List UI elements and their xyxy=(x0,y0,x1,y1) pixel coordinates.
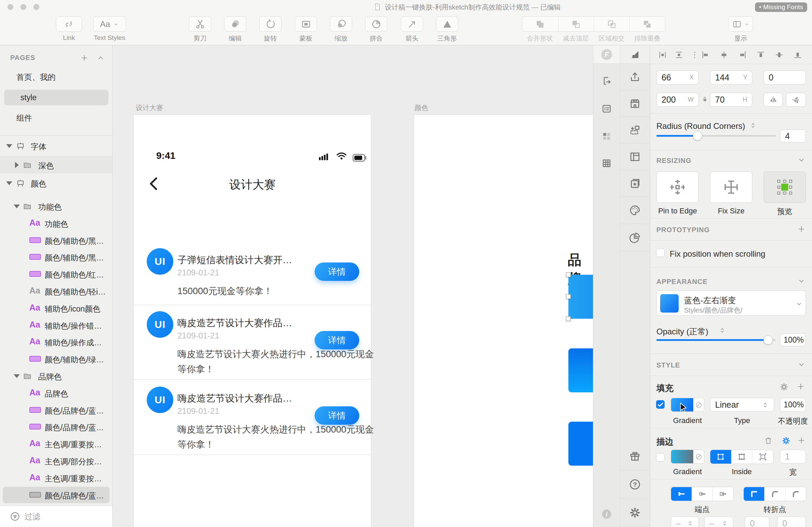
lock-ratio-icon[interactable] xyxy=(701,95,709,103)
opacity-stepper-icon[interactable] xyxy=(719,327,726,334)
selection-handle[interactable] xyxy=(566,294,571,299)
align-dist-h-icon[interactable] xyxy=(658,50,667,60)
fill-type-dropdown[interactable]: Linear xyxy=(710,398,774,412)
flip-horizontal-button[interactable] xyxy=(764,93,783,107)
join-round-segment[interactable] xyxy=(764,487,785,501)
brand-color-swatch-2[interactable] xyxy=(568,348,593,392)
page-item-1[interactable]: 首页、我的 xyxy=(0,69,113,85)
layer-row-swatch[interactable]: 颜色/辅助色/黑… xyxy=(0,232,112,249)
artboard-label-colors[interactable]: 颜色 xyxy=(415,103,428,112)
grid-icon[interactable] xyxy=(593,153,620,174)
gap-input[interactable]: – xyxy=(704,516,733,527)
dash-input[interactable]: – xyxy=(671,516,699,527)
tool-bool-subtract-button[interactable] xyxy=(558,17,594,31)
collapse-pages-icon[interactable] xyxy=(96,54,105,62)
layer-row-artboard[interactable]: 颜色 xyxy=(0,175,112,192)
layer-row-swatch[interactable]: 颜色/品牌色/蓝… xyxy=(0,402,112,419)
layout-icon[interactable] xyxy=(620,144,650,170)
layer-row-text[interactable]: Aa辅助色/icon颜色 xyxy=(0,300,112,317)
canvas[interactable]: 设计大赛 9:41 设计大赛 UI子弹短信表情设计大赛开…2109-01-21详… xyxy=(113,45,593,527)
gift-icon[interactable] xyxy=(620,442,650,470)
pin-to-edge-button[interactable] xyxy=(656,171,699,203)
align-al-bottom-icon[interactable] xyxy=(793,50,802,60)
no-color-icon[interactable] xyxy=(693,450,704,463)
tool-bool-union-button[interactable] xyxy=(522,17,558,31)
back-icon[interactable] xyxy=(146,176,162,192)
layer-row-swatch[interactable]: 颜色/品牌色/蓝… xyxy=(0,418,112,435)
join-bevel-segment[interactable] xyxy=(785,487,806,501)
align-al-left-icon[interactable] xyxy=(701,50,710,60)
caret-down-icon[interactable] xyxy=(14,374,20,378)
gear-icon[interactable] xyxy=(620,499,650,527)
contest-card[interactable]: UI嗨皮造艺节设计大赛作品…2109-01-21详情嗨皮造艺节设计大赛火热进行中… xyxy=(134,311,371,380)
fix-size-button[interactable] xyxy=(710,171,752,203)
border-enabled-checkbox[interactable] xyxy=(656,453,665,462)
end-arrow-input[interactable]: 0 xyxy=(777,516,806,527)
radius-input[interactable]: 4 xyxy=(780,130,806,142)
caret-down-icon[interactable] xyxy=(6,181,12,185)
width-input[interactable]: 200W xyxy=(656,93,699,107)
list-icon[interactable] xyxy=(593,99,620,119)
export-icon[interactable] xyxy=(593,71,620,91)
page-item-2[interactable]: style xyxy=(4,90,108,105)
border-width-input[interactable]: 1 xyxy=(780,450,806,464)
selection-handle[interactable] xyxy=(566,316,571,321)
start-arrow-input[interactable]: 0 xyxy=(745,516,769,527)
artboard-label-design-contest[interactable]: 设计大赛 xyxy=(136,103,163,112)
layer-row-folder[interactable]: 功能色 xyxy=(0,198,112,215)
style-collapse-icon[interactable] xyxy=(797,360,806,369)
minimize-window-button[interactable] xyxy=(20,4,26,10)
border-inside-segment[interactable] xyxy=(710,450,731,464)
layer-row-folder[interactable]: 品牌色 xyxy=(0,367,112,385)
opacity-slider-knob[interactable] xyxy=(764,335,773,345)
caret-right-icon[interactable] xyxy=(15,162,19,168)
prototyping-add-icon[interactable] xyxy=(797,225,806,234)
layer-row-folder[interactable]: 深色 xyxy=(0,156,112,173)
x-input[interactable]: 66X xyxy=(656,71,699,85)
align-al-mv-icon[interactable] xyxy=(774,50,784,60)
delete-border-icon[interactable] xyxy=(764,436,773,446)
detail-button[interactable]: 详情 xyxy=(315,262,359,281)
pie-icon[interactable] xyxy=(620,224,650,251)
add-fill-icon[interactable] xyxy=(796,382,805,391)
layer-row-swatch[interactable]: 颜色/辅助色/绿… xyxy=(0,350,112,367)
brand-color-swatch-selected[interactable] xyxy=(568,275,593,319)
radius-slider-knob[interactable] xyxy=(693,131,702,140)
layer-row-artboard[interactable]: 字体 xyxy=(0,137,112,154)
layer-row-text[interactable]: Aa辅助色/操作错… xyxy=(0,317,112,334)
flip-vertical-button[interactable] xyxy=(786,93,806,107)
align-al-right-icon[interactable] xyxy=(738,50,747,60)
border-color-well[interactable] xyxy=(671,450,704,464)
help-icon[interactable]: ? xyxy=(620,470,650,499)
shared-style-dropdown[interactable]: 蓝色-左右渐变 Styles/颜色/品牌色/ xyxy=(656,290,806,316)
layer-row-swatch[interactable]: 颜色/辅助色/红… xyxy=(0,266,112,283)
appearance-collapse-icon[interactable] xyxy=(797,276,806,285)
layer-row-text[interactable]: Aa主色调/重要按… xyxy=(0,469,112,486)
cap-square-segment[interactable] xyxy=(712,487,733,501)
display-options-button[interactable] xyxy=(728,16,753,32)
resizing-collapse-icon[interactable] xyxy=(797,155,806,164)
layer-row-text[interactable]: Aa品牌色 xyxy=(0,385,112,402)
info-icon[interactable]: i xyxy=(593,504,620,524)
y-input[interactable]: 144Y xyxy=(710,71,752,85)
cap-round-segment[interactable] xyxy=(692,487,712,501)
align-al-ch-icon[interactable] xyxy=(719,50,729,60)
add-border-icon[interactable] xyxy=(797,436,806,445)
tool-bool-exclude-button[interactable] xyxy=(629,17,665,31)
no-color-icon[interactable] xyxy=(693,398,704,411)
caret-down-icon[interactable] xyxy=(6,144,12,148)
swap-icon[interactable] xyxy=(620,117,650,144)
fill-opacity-input[interactable]: 100% xyxy=(780,398,806,412)
selection-handle[interactable] xyxy=(566,272,571,277)
page-item-3[interactable]: 组件 xyxy=(0,110,113,126)
contest-card[interactable]: UI子弹短信表情设计大赛开…2109-01-21详情150000元现金等你拿！ xyxy=(134,248,371,305)
fill-enabled-checkbox[interactable] xyxy=(656,400,665,409)
artboard-colors[interactable]: 品牌色 xyxy=(414,115,593,527)
cap-butt-segment[interactable] xyxy=(671,487,692,501)
layer-row-text-gray[interactable]: Aa颜色/辅助色/轻i… xyxy=(0,283,112,300)
palette-icon[interactable] xyxy=(620,197,650,224)
zoom-window-button[interactable] xyxy=(33,4,39,10)
layer-row-text[interactable]: Aa辅助色/操作成… xyxy=(0,333,112,350)
border-outside-segment[interactable] xyxy=(752,450,773,464)
close-window-button[interactable] xyxy=(8,4,13,10)
